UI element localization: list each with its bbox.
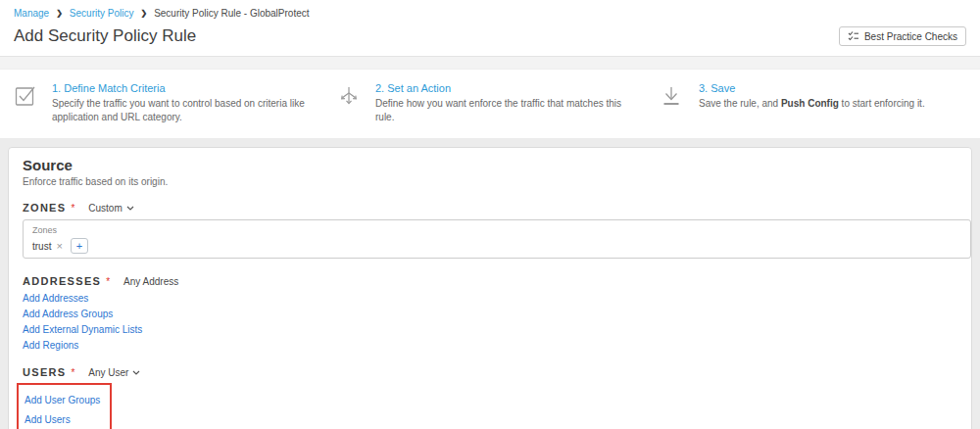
page-title: Add Security Policy Rule bbox=[14, 26, 196, 46]
breadcrumb-separator: ❯ bbox=[56, 9, 63, 18]
step-description: Define how you want enforce the traffic … bbox=[375, 97, 634, 124]
checklist-icon bbox=[848, 30, 859, 42]
zones-required-asterisk: * bbox=[71, 203, 74, 214]
add-users-link[interactable]: Add Users bbox=[24, 415, 100, 425]
addresses-value: Any Address bbox=[123, 276, 178, 287]
wizard-steps-bar: 1. Define Match Criteria Specify the tra… bbox=[0, 70, 980, 138]
chevron-down-icon bbox=[132, 370, 140, 375]
step-save: 3. Save Save the rule, and Push Config t… bbox=[647, 82, 970, 124]
push-config-emphasis: Push Config bbox=[781, 98, 839, 109]
source-panel-title: Source bbox=[23, 157, 957, 173]
add-address-groups-link[interactable]: Add Address Groups bbox=[23, 310, 957, 319]
step-title-define-match-criteria[interactable]: 1. Define Match Criteria bbox=[52, 82, 311, 94]
zone-tag-trust: trust bbox=[32, 241, 51, 252]
best-practice-checks-label: Best Practice Checks bbox=[864, 31, 957, 42]
users-mode-dropdown[interactable]: Any User bbox=[88, 367, 140, 378]
add-user-groups-link[interactable]: Add User Groups bbox=[24, 396, 100, 405]
chevron-down-icon bbox=[126, 206, 134, 211]
users-required-asterisk: * bbox=[71, 367, 74, 378]
breadcrumb: Manage ❯ Security Policy ❯ Security Poli… bbox=[14, 8, 966, 19]
branch-arrows-icon bbox=[337, 82, 361, 124]
remove-zone-tag-icon[interactable]: × bbox=[56, 240, 62, 252]
addresses-required-asterisk: * bbox=[106, 276, 110, 287]
zones-mode-dropdown[interactable]: Custom bbox=[88, 203, 133, 214]
best-practice-checks-button[interactable]: Best Practice Checks bbox=[839, 26, 966, 46]
zones-label: ZONES bbox=[23, 202, 66, 214]
add-external-dynamic-lists-link[interactable]: Add External Dynamic Lists bbox=[23, 325, 957, 335]
header-gray-strip bbox=[0, 57, 980, 70]
zones-box-label: Zones bbox=[32, 225, 961, 235]
add-zone-button[interactable]: + bbox=[71, 238, 88, 254]
breadcrumb-current-page: Security Policy Rule - GlobalProtect bbox=[154, 8, 309, 19]
step-set-an-action: 2. Set an Action Define how you want enf… bbox=[323, 82, 647, 124]
add-regions-link[interactable]: Add Regions bbox=[23, 341, 957, 351]
highlight-box: Add User Groups Add Users bbox=[17, 383, 112, 429]
breadcrumb-separator: ❯ bbox=[140, 9, 147, 18]
save-arrow-icon bbox=[661, 82, 684, 124]
breadcrumb-manage[interactable]: Manage bbox=[14, 8, 49, 19]
zones-tag-input[interactable]: Zones trust × + bbox=[23, 219, 971, 259]
step-define-match-criteria: 1. Define Match Criteria Specify the tra… bbox=[0, 82, 323, 124]
checkbox-check-icon bbox=[14, 82, 37, 124]
addresses-label: ADDRESSES bbox=[23, 275, 101, 287]
users-label: USERS bbox=[23, 366, 66, 378]
step-description: Specify the traffic you want to control … bbox=[52, 97, 311, 124]
top-header: Manage ❯ Security Policy ❯ Security Poli… bbox=[0, 0, 980, 57]
source-panel: Source Enforce traffic based on its orig… bbox=[8, 147, 972, 429]
breadcrumb-security-policy[interactable]: Security Policy bbox=[70, 8, 134, 19]
step-title-save[interactable]: 3. Save bbox=[699, 82, 925, 94]
step-title-set-an-action[interactable]: 2. Set an Action bbox=[375, 82, 634, 94]
step-description: Save the rule, and Push Config to start … bbox=[699, 97, 925, 111]
source-panel-subtitle: Enforce traffic based on its origin. bbox=[23, 176, 957, 187]
add-addresses-link[interactable]: Add Addresses bbox=[23, 294, 957, 304]
